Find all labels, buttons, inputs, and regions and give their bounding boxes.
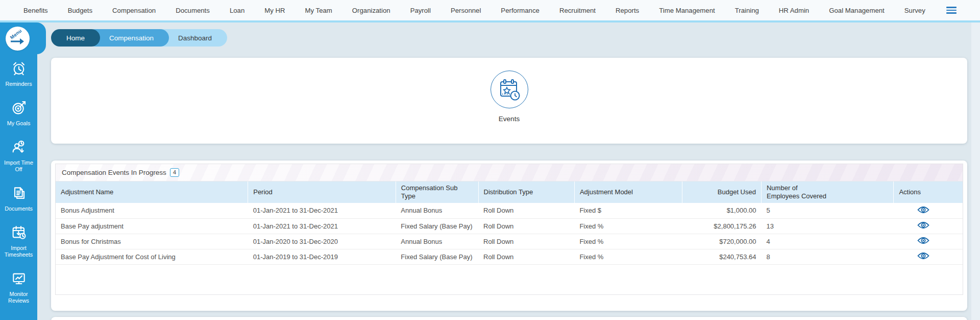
sidebar-item-monitor-reviews[interactable]: Monitor Reviews: [0, 270, 37, 304]
hamburger-menu-icon[interactable]: [945, 6, 958, 15]
cell-employees: 13: [761, 218, 893, 234]
table-row: Base Pay Adjustment for Cost of Living01…: [56, 249, 963, 264]
scrollbar-track[interactable]: [971, 22, 980, 320]
timesheet-import-icon: [11, 224, 27, 243]
nav-item-survey[interactable]: Survey: [904, 7, 925, 14]
column-header-adjustment-name[interactable]: Adjustment Name: [56, 181, 248, 203]
cell-name: Bonus for Christmas: [56, 234, 248, 249]
cell-budget: $1,000.00: [682, 203, 762, 218]
main-content: HomeCompensationDashboard Events: [37, 22, 980, 320]
events-shortcut[interactable]: Events: [491, 71, 528, 123]
table-row: Base Pay adjustment01-Jan-2021 to 31-Dec…: [56, 218, 963, 234]
view-details-button[interactable]: [917, 252, 929, 260]
column-header-compensation-sub-type[interactable]: Compensation Sub Type: [396, 181, 478, 203]
nav-item-performance[interactable]: Performance: [501, 7, 540, 14]
nav-item-recruitment[interactable]: Recruitment: [559, 7, 596, 14]
calendar-event-icon: [496, 76, 523, 103]
cell-employees: 8: [761, 249, 893, 264]
sidebar: Menu RemindersMy GoalsImport Time OffDoc…: [0, 22, 37, 320]
cell-name: Bonus Adjustment: [56, 203, 248, 218]
column-header-budget-used[interactable]: Budget Used: [682, 181, 762, 203]
cell-budget: $240,753.64: [682, 249, 762, 264]
table-wrapper: Compensation Events In Progress 4 Adjust…: [55, 164, 963, 295]
expand-menu-button[interactable]: Menu: [6, 27, 30, 51]
cell-sub_type: Fixed Salary (Base Pay): [396, 218, 478, 234]
nav-item-benefits[interactable]: Benefits: [23, 7, 48, 14]
column-header-number-of-employees-covered[interactable]: Number of Employees Covered: [761, 181, 893, 203]
nav-item-hr-admin[interactable]: HR Admin: [779, 7, 809, 14]
top-navigation-bar: BenefitsBudgetsCompensationDocumentsLoan…: [0, 0, 980, 20]
cell-distribution: Roll Down: [478, 203, 574, 218]
cell-actions: [894, 203, 963, 218]
table-row: Bonus Adjustment01-Jan-2021 to 31-Dec-20…: [56, 203, 963, 218]
goal-target-icon: [11, 100, 27, 118]
sidebar-item-label: Reminders: [5, 81, 32, 87]
cell-distribution: Roll Down: [478, 249, 574, 264]
nav-item-organization[interactable]: Organization: [352, 7, 390, 14]
cell-budget: $720,000.00: [682, 234, 762, 249]
cell-distribution: Roll Down: [478, 218, 574, 234]
eye-icon: [917, 237, 929, 244]
view-details-button[interactable]: [917, 206, 929, 214]
nav-item-time-management[interactable]: Time Management: [659, 7, 715, 14]
cell-model: Fixed %: [574, 249, 682, 264]
cell-model: Fixed $: [574, 203, 682, 218]
nav-item-personnel[interactable]: Personnel: [451, 7, 481, 14]
arrow-right-icon: [10, 37, 25, 45]
sidebar-item-label: Monitor Reviews: [0, 291, 37, 304]
cell-employees: 5: [761, 203, 893, 218]
alarm-clock-icon: [11, 60, 27, 79]
count-badge: 4: [170, 168, 179, 177]
monitor-chart-icon: [11, 270, 27, 289]
nav-item-documents[interactable]: Documents: [176, 7, 210, 14]
nav-item-payroll[interactable]: Payroll: [410, 7, 431, 14]
cell-period: 01-Jan-2021 to 31-Dec-2021: [248, 203, 396, 218]
breadcrumb: HomeCompensationDashboard: [51, 29, 980, 47]
panel-title: Compensation Events In Progress: [62, 169, 166, 176]
cell-sub_type: Fixed Salary (Base Pay): [396, 249, 478, 264]
sidebar-item-my-goals[interactable]: My Goals: [0, 100, 37, 127]
compensation-events-table: Adjustment NamePeriodCompensation Sub Ty…: [56, 181, 963, 265]
cell-name: Base Pay adjustment: [56, 218, 248, 234]
cell-budget: $2,800,175.26: [682, 218, 762, 234]
compensation-events-card: Compensation Events In Progress 4 Adjust…: [51, 161, 967, 311]
panel-header: Compensation Events In Progress 4: [56, 164, 963, 181]
events-circle: [491, 71, 528, 108]
column-header-actions[interactable]: Actions: [894, 181, 963, 203]
nav-item-training[interactable]: Training: [735, 7, 759, 14]
view-details-button[interactable]: [917, 221, 929, 229]
cell-period: 01-Jan-2019 to 31-Dec-2019: [248, 249, 396, 264]
sidebar-item-reminders[interactable]: Reminders: [0, 60, 37, 87]
nav-item-compensation[interactable]: Compensation: [112, 7, 156, 14]
cell-actions: [894, 234, 963, 249]
nav-item-my-hr[interactable]: My HR: [264, 7, 285, 14]
person-time-import-icon: [11, 139, 27, 157]
cell-sub_type: Annual Bonus: [396, 203, 478, 218]
table-row: Bonus for Christmas01-Jan-2020 to 31-Dec…: [56, 234, 963, 249]
cell-model: Fixed %: [574, 234, 682, 249]
cell-actions: [894, 218, 963, 234]
column-header-distribution-type[interactable]: Distribution Type: [478, 181, 574, 203]
column-header-period[interactable]: Period: [248, 181, 396, 203]
sidebar-item-documents[interactable]: Documents: [0, 185, 37, 212]
next-card-edge: [51, 317, 967, 320]
eye-icon: [917, 221, 929, 229]
sidebar-item-label: My Goals: [7, 120, 31, 127]
cell-employees: 4: [761, 234, 893, 249]
cell-model: Fixed %: [574, 218, 682, 234]
view-details-button[interactable]: [917, 237, 929, 244]
breadcrumb-tab-home[interactable]: Home: [51, 29, 100, 47]
sidebar-item-label: Import Timesheets: [0, 245, 37, 258]
nav-item-loan[interactable]: Loan: [230, 7, 244, 14]
sidebar-item-import-timesheets[interactable]: Import Timesheets: [0, 224, 37, 258]
column-header-adjustment-model[interactable]: Adjustment Model: [574, 181, 682, 203]
nav-item-my-team[interactable]: My Team: [305, 7, 332, 14]
sidebar-item-import-time-off[interactable]: Import Time Off: [0, 139, 37, 173]
nav-item-budgets[interactable]: Budgets: [68, 7, 92, 14]
nav-item-reports[interactable]: Reports: [616, 7, 639, 14]
events-label: Events: [499, 115, 520, 123]
eye-icon: [917, 252, 929, 260]
nav-item-goal-management[interactable]: Goal Management: [829, 7, 885, 14]
cell-sub_type: Annual Bonus: [396, 234, 478, 249]
sidebar-item-label: Import Time Off: [0, 159, 37, 173]
